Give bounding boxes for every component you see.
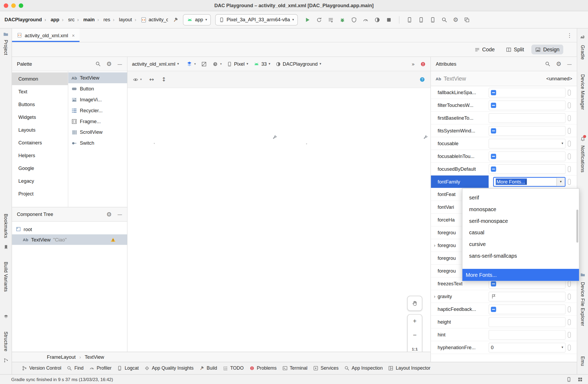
minimize-icon[interactable]: — (117, 61, 122, 66)
palette-category[interactable]: Helpers (12, 149, 68, 162)
attribute-value-field[interactable]: 0 ▾ ▾ (489, 343, 565, 352)
attribute-value-field[interactable]: ▾ ▾ (489, 317, 565, 327)
help-icon[interactable] (419, 77, 425, 83)
font-option[interactable]: sans-serif-smallcaps (462, 250, 579, 261)
profiler-settings-button[interactable] (374, 17, 380, 23)
resource-picker-button[interactable] (568, 344, 571, 350)
tool-build[interactable]: Build (199, 366, 217, 371)
search-icon[interactable] (95, 61, 101, 67)
mode-design[interactable]: Design (532, 45, 563, 55)
breadcrumb-item[interactable]: res (95, 17, 110, 22)
attribute-value-field[interactable]: More Fonts... ▾ ▾ (493, 177, 565, 187)
more-fonts-option[interactable]: More Fonts... (462, 269, 579, 281)
boolean-toggle-icon[interactable] (491, 166, 496, 172)
breadcrumb-item[interactable]: activity_old (132, 17, 168, 23)
font-option[interactable]: casual (462, 227, 579, 238)
palette-category[interactable]: Common (12, 72, 68, 85)
sidebar-item-build-variants[interactable]: Build Variants (0, 262, 12, 292)
boolean-toggle-icon[interactable] (491, 153, 496, 159)
api-level-menu[interactable]: 33▾ (253, 61, 270, 67)
expand-chevron-icon[interactable]: › (432, 294, 437, 299)
attribute-value-field[interactable]: ▾ ▾ (489, 164, 565, 174)
tool-version-control[interactable]: Version Control (22, 366, 61, 371)
resource-picker-button[interactable] (568, 140, 571, 147)
breadcrumb-item[interactable]: main (74, 17, 95, 22)
device-mirroring-icon[interactable] (418, 17, 424, 23)
restart-activity-button[interactable] (316, 17, 322, 23)
warning-icon[interactable] (110, 237, 116, 242)
sidebar-item-gradle[interactable]: Gradle (577, 45, 588, 60)
issues-error-icon[interactable] (420, 61, 426, 67)
combo-dropdown-button[interactable]: ▾ (557, 178, 565, 186)
zoom-in-button[interactable]: + (408, 315, 422, 328)
build-variants-icon[interactable] (0, 314, 12, 320)
resource-picker-button[interactable] (568, 281, 571, 287)
palette-category[interactable]: Containers (12, 136, 68, 149)
device-manager-icon[interactable] (406, 17, 412, 23)
palette-component-scrollview[interactable]: ScrollView (68, 127, 127, 138)
resource-picker-button[interactable] (568, 306, 571, 312)
flag-icon[interactable] (491, 294, 497, 299)
mode-code[interactable]: Code (470, 45, 498, 55)
tool-layout-inspector[interactable]: Layout Inspector (388, 366, 431, 371)
palette-category[interactable]: Layouts (12, 123, 68, 136)
resource-picker-button[interactable] (568, 115, 571, 121)
breadcrumb-item[interactable]: app (42, 17, 59, 22)
run-configuration-select[interactable]: app ▾ (183, 14, 211, 25)
tool-app-quality-insights[interactable]: App Quality Insights (144, 366, 194, 371)
resource-picker-button[interactable] (568, 293, 571, 299)
attribute-value-field[interactable]: ▾ ▾ (489, 139, 565, 148)
boolean-toggle-icon[interactable] (491, 281, 496, 286)
chevron-down-icon[interactable]: ▾ (562, 346, 563, 349)
status-device-icon[interactable] (566, 377, 572, 382)
palette-component-switch[interactable]: Switch (68, 138, 127, 149)
build-hammer-icon[interactable] (173, 17, 179, 23)
attribute-row[interactable]: › height ▾ ▾ (431, 316, 577, 328)
font-option[interactable]: serif (462, 192, 579, 203)
boolean-toggle-icon[interactable] (491, 128, 496, 133)
sidebar-item-device-manager[interactable]: Device Manager (577, 74, 588, 110)
window-layout-icon[interactable] (464, 17, 470, 23)
sidebar-item-device-file-explorer[interactable]: Device File Explorer (577, 282, 588, 326)
palette-category[interactable]: Buttons (12, 98, 68, 111)
stop-button[interactable] (386, 17, 392, 23)
palette-component-textview[interactable]: Ab TextView (68, 72, 127, 83)
gear-icon[interactable]: ⚙ (106, 61, 112, 67)
sdk-manager-icon[interactable] (430, 17, 436, 23)
orientation-menu[interactable]: ▾ (212, 61, 222, 67)
tab-activity-old-xml[interactable]: activity_old_xml.xml × (12, 28, 80, 42)
device-menu[interactable]: Pixel▾ (227, 61, 248, 67)
zoom-out-button[interactable]: − (408, 328, 422, 342)
font-option[interactable]: serif-monospace (462, 215, 579, 227)
vertical-constraints-icon[interactable]: ↕ (161, 77, 166, 82)
view-options-menu[interactable]: ▾ (133, 77, 142, 82)
project-tool-icon[interactable] (0, 31, 12, 37)
gradle-icon[interactable] (577, 35, 588, 40)
attribute-value-field[interactable]: ▾ ▾ (489, 151, 565, 161)
palette-category[interactable]: Legacy (12, 174, 68, 187)
dropdown-scrollbar[interactable] (576, 210, 578, 243)
attribute-row[interactable]: › gravity ▾ ▾ (431, 290, 577, 303)
attribute-row[interactable]: › hyphenationFre... 0 ▾ ▾ (431, 341, 577, 354)
profiler-button[interactable] (362, 17, 369, 23)
tool-find[interactable]: Find (67, 366, 84, 371)
resource-picker-button[interactable] (568, 332, 571, 338)
settings-gear-icon[interactable]: ⚙ (453, 17, 458, 23)
resource-picker-button[interactable] (568, 89, 571, 95)
palette-component-recyclerview[interactable]: Recycler... (68, 105, 127, 116)
attribute-row[interactable]: › hint ▾ ▾ (431, 328, 577, 341)
sidebar-item-emulator[interactable]: Emu (577, 356, 588, 366)
design-blueprint-toggle[interactable]: ▾ (186, 61, 196, 67)
attribute-row[interactable]: › focusableInTou... ▾ ▾ (431, 150, 577, 163)
tool-todo[interactable]: TODO (223, 366, 244, 371)
minimize-icon[interactable]: — (117, 212, 122, 217)
palette-component-button[interactable]: Button (68, 83, 127, 94)
breadcrumb-item[interactable]: layout (110, 17, 132, 22)
tool-problems[interactable]: Problems (249, 366, 277, 371)
attribute-row[interactable]: › fitsSystemWind... ▾ ▾ (431, 124, 577, 137)
boolean-toggle-icon[interactable] (491, 90, 496, 95)
blueprint-off-icon[interactable] (201, 61, 207, 67)
attribute-row[interactable]: › fallbackLineSpa... ▾ ▾ (431, 86, 577, 99)
theme-menu[interactable]: DACPlayground▾ (276, 61, 321, 67)
target-device-select[interactable]: Pixel_3a_API_33_arm64-v8a ▾ (215, 14, 298, 25)
